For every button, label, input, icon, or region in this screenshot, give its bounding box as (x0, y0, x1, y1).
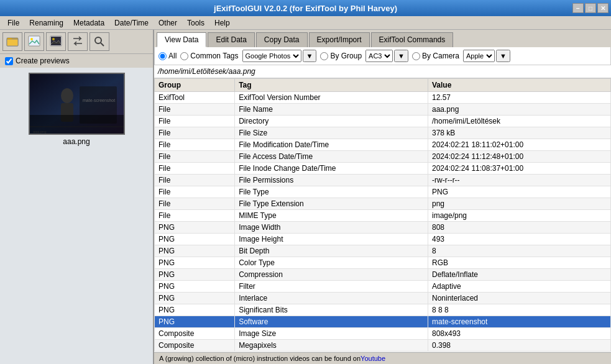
col-value[interactable]: Value (428, 79, 610, 92)
menu-datetime[interactable]: Date/Time (109, 17, 154, 29)
common-tags-radio[interactable] (180, 52, 188, 60)
col-tag[interactable]: Tag (235, 79, 428, 92)
table-row[interactable]: FileFile Inode Change Date/Time2024:02:2… (155, 163, 611, 175)
by-group-dropdown-btn[interactable]: ▼ (394, 50, 408, 62)
create-previews-checkbox[interactable] (5, 57, 13, 65)
table-row[interactable]: FileFile Nameaaa.png (155, 104, 611, 116)
table-row[interactable]: PNGFilterAdaptive (155, 281, 611, 293)
cell-value: 0.398 (428, 340, 610, 352)
cell-value: aaa.png (428, 104, 610, 116)
table-row[interactable]: FileFile TypePNG (155, 186, 611, 198)
tab-edit-data[interactable]: Edit Data (208, 32, 254, 47)
google-photos-dropdown-btn[interactable]: ▼ (303, 50, 317, 62)
by-group-radio[interactable] (320, 52, 328, 60)
cell-value: image/png (428, 210, 610, 222)
tab-view-data[interactable]: View Data (157, 32, 206, 47)
table-row[interactable]: PNGInterlaceNoninterlaced (155, 293, 611, 304)
table-row[interactable]: ExifToolExifTool Version Number12.57 (155, 92, 611, 104)
menu-metadata[interactable]: Metadata (68, 17, 109, 29)
cell-tag: File Permissions (235, 175, 428, 186)
table-row[interactable]: PNGBit Depth8 (155, 245, 611, 257)
menu-help[interactable]: Help (209, 17, 235, 29)
cell-group: Composite (155, 340, 235, 352)
col-group[interactable]: Group (155, 79, 235, 92)
right-panel: View Data Edit Data Copy Data Export/Imp… (154, 30, 611, 364)
left-panel: Create previews (0, 30, 154, 364)
open-preview-button[interactable] (46, 32, 66, 51)
options-bar: All Common Tags Google Photos ▼ By Group… (154, 47, 611, 65)
minimize-button[interactable]: − (572, 3, 584, 13)
google-photos-select[interactable]: Google Photos (242, 50, 301, 62)
svg-rect-1 (7, 39, 18, 46)
cell-group: File (155, 198, 235, 210)
open-folder-button[interactable] (2, 32, 22, 51)
create-previews-label: Create previews (16, 57, 70, 65)
maximize-button[interactable]: □ (585, 3, 596, 13)
by-camera-dropdown-group: Apple ▼ (463, 50, 510, 62)
cell-group: File (155, 186, 235, 198)
tab-copy-data[interactable]: Copy Data (256, 32, 308, 47)
menu-renaming[interactable]: Renaming (24, 17, 68, 29)
cell-tag: File Size (235, 127, 428, 139)
table-row[interactable]: PNGSoftwaremate-screenshot (155, 316, 611, 328)
file-item[interactable]: mate-screenshot aaa.png aaa.png (0, 68, 153, 151)
svg-text:aaa.png: aaa.png (33, 130, 47, 134)
youtube-link[interactable]: Youtube (361, 355, 385, 362)
all-radio[interactable] (158, 52, 167, 60)
cell-value: -rw-r--r-- (428, 175, 610, 186)
tab-exiftool-commands[interactable]: ExifTool Commands (371, 32, 454, 47)
all-radio-group: All (158, 52, 177, 60)
cell-group: File (155, 210, 235, 222)
by-group-select[interactable]: AC3 (365, 50, 393, 62)
open-image-button[interactable] (24, 32, 44, 51)
thumbnail-image: mate-screenshot aaa.png (30, 74, 124, 134)
toolbar (0, 30, 153, 54)
cell-tag: File Name (235, 104, 428, 116)
by-camera-radio[interactable] (412, 52, 420, 60)
table-row[interactable]: CompositeMegapixels0.398 (155, 340, 611, 352)
cell-tag: File Inode Change Date/Time (235, 163, 428, 175)
cell-value: Adaptive (428, 281, 610, 293)
tab-export-import[interactable]: Export/Import (309, 32, 370, 47)
status-text: A (growing) collection of (micro) instru… (159, 355, 361, 362)
status-bar: A (growing) collection of (micro) instru… (154, 352, 611, 364)
table-row[interactable]: PNGImage Height493 (155, 234, 611, 245)
cell-value: 2024:02:21 18:11:02+01:00 (428, 139, 610, 151)
close-button[interactable]: ✕ (597, 3, 609, 13)
table-row[interactable]: FileFile Permissions-rw-r--r-- (155, 175, 611, 186)
table-row[interactable]: PNGSignificant Bits8 8 8 (155, 304, 611, 316)
titlebar-buttons: − □ ✕ (572, 3, 609, 13)
table-row[interactable]: CompositeImage Size808x493 (155, 328, 611, 340)
table-row[interactable]: PNGColor TypeRGB (155, 257, 611, 269)
table-row[interactable]: FileFile Size378 kB (155, 127, 611, 139)
table-row[interactable]: FileFile Access Date/Time2024:02:24 11:1… (155, 151, 611, 163)
swap-button[interactable] (68, 32, 88, 51)
cell-group: File (155, 139, 235, 151)
open-folder-icon (6, 35, 19, 48)
data-table: Group Tag Value ExifToolExifTool Version… (154, 78, 611, 352)
cell-tag: Image Height (235, 234, 428, 245)
image-icon (28, 35, 40, 48)
file-thumbnail: mate-screenshot aaa.png (29, 73, 125, 135)
search-button[interactable] (90, 32, 109, 51)
by-camera-select[interactable]: Apple (463, 50, 495, 62)
all-label: All (168, 52, 177, 60)
table-row[interactable]: FileFile Type Extensionpng (155, 198, 611, 210)
cell-group: PNG (155, 234, 235, 245)
svg-text:mate-screenshot: mate-screenshot (83, 98, 115, 102)
table-row[interactable]: FileDirectory/home/imi/Letöltések (155, 116, 611, 127)
filepath-text: /home/imi/Letöltések/aaa.png (158, 67, 255, 76)
table-row[interactable]: FileFile Modification Date/Time2024:02:2… (155, 139, 611, 151)
cell-value: 8 (428, 245, 610, 257)
table-row[interactable]: FileMIME Typeimage/png (155, 210, 611, 222)
table-row[interactable]: PNGImage Width808 (155, 222, 611, 234)
titlebar-title: jExifToolGUI V2.0.2 (for ExifTool by Phi… (214, 4, 397, 13)
cell-tag: Color Type (235, 257, 428, 269)
menu-tools[interactable]: Tools (182, 17, 209, 29)
menu-other[interactable]: Other (154, 17, 182, 29)
by-camera-dropdown-btn[interactable]: ▼ (496, 50, 510, 62)
menu-file[interactable]: File (2, 17, 24, 29)
cell-value: /home/imi/Letöltések (428, 116, 610, 127)
table-row[interactable]: PNGCompressionDeflate/Inflate (155, 269, 611, 281)
cell-tag: Compression (235, 269, 428, 281)
